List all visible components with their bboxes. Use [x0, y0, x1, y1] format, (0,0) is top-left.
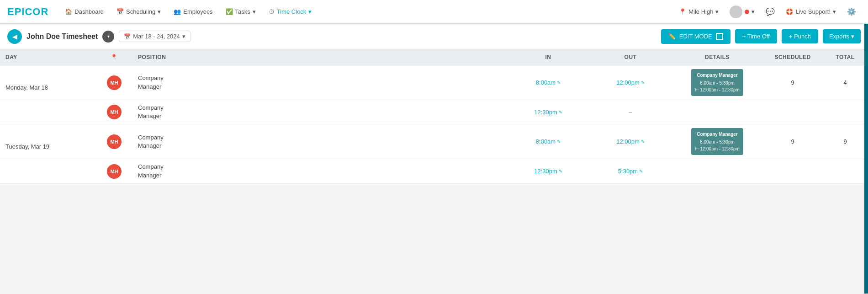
day-label-tuesday: Tuesday, Mar 19	[0, 129, 96, 154]
out-time-cell: –	[589, 105, 672, 119]
nav-timeclock[interactable]: ⏱ Time Clock ▾	[263, 5, 318, 18]
in-time-cell[interactable]: 12:30pm ✎	[507, 164, 589, 178]
schedule-time: 8:00am - 5:30pm	[695, 139, 740, 145]
chevron-down-icon: ▾	[308, 8, 312, 15]
nav-dashboard[interactable]: 🏠 Dashboard	[59, 5, 109, 18]
out-time-cell[interactable]: 12:00pm ✎	[589, 75, 672, 90]
title-chevron[interactable]: ▾	[102, 31, 114, 43]
timeclock-icon: ⏱	[269, 8, 275, 15]
tasks-icon: ✅	[226, 8, 233, 15]
nav-user-avatar[interactable]: ▾	[725, 3, 759, 21]
timesheet-table: DAY 📍 Position IN OUT DETAILS SCHEDULED …	[0, 49, 868, 184]
out-time-cell[interactable]: 12:00pm ✎	[589, 134, 672, 149]
scheduled-cell	[763, 168, 822, 175]
total-value: 4	[828, 79, 863, 86]
position-cell: Company Manager	[132, 70, 507, 94]
edit-pencil-icon[interactable]: ✎	[641, 139, 645, 144]
position-text: Company Manager	[138, 134, 502, 150]
location-badge: MH	[96, 101, 132, 123]
schedule-title: Company Manager	[695, 72, 740, 79]
schedule-time: 8:00am - 5:30pm	[695, 80, 740, 86]
col-details: DETAILS	[672, 54, 763, 60]
location-pin-icon: 📍	[111, 54, 118, 60]
edit-pencil-icon[interactable]: ✎	[641, 80, 645, 85]
position-text: Company Manager	[138, 163, 502, 179]
nav-right: 📍 Mile High ▾ ▾ 💬 🛟 Live Support! ▾ ⚙️	[674, 3, 861, 21]
in-time-value: 12:30pm ✎	[534, 109, 562, 116]
schedule-card: Company Manager 8:00am - 5:30pm 12:00pm …	[691, 69, 743, 96]
total-cell	[822, 108, 868, 116]
in-time-value: 8:00am ✎	[536, 138, 561, 145]
nav-tasks[interactable]: ✅ Tasks ▾	[220, 5, 261, 18]
details-cell	[672, 108, 763, 116]
col-total: TOTAL	[822, 54, 868, 60]
out-time-value: 12:00pm ✎	[616, 79, 645, 86]
edit-pencil-icon[interactable]: ✎	[559, 110, 562, 115]
edit-pencil-icon[interactable]: ✎	[639, 169, 643, 174]
scheduled-value: 9	[768, 138, 817, 145]
in-time-value: 8:00am ✎	[536, 79, 561, 86]
calendar-icon: 📅	[116, 8, 124, 15]
total-cell: 4	[822, 75, 868, 90]
nav-milehigh[interactable]: 📍 Mile High ▾	[674, 5, 723, 18]
edit-pencil-icon[interactable]: ✎	[557, 80, 561, 85]
schedule-card: Company Manager 8:00am - 5:30pm 12:00pm …	[691, 128, 743, 155]
out-time-value: 12:00pm ✎	[616, 138, 645, 145]
mh-badge: MH	[107, 164, 122, 179]
day-label-monday: Monday, Mar 18	[0, 70, 96, 95]
mh-badge: MH	[107, 75, 122, 90]
details-cell: Company Manager 8:00am - 5:30pm 12:00pm …	[672, 65, 763, 100]
details-cell: Company Manager 8:00am - 5:30pm 12:00pm …	[672, 124, 763, 159]
col-day: DAY	[0, 54, 96, 60]
position-cell: Company Manager	[132, 159, 507, 183]
exports-button[interactable]: Exports ▾	[823, 29, 861, 43]
edit-pencil-icon[interactable]: ✎	[559, 169, 562, 174]
edit-mode-button[interactable]: ✏️ EDIT MODE	[661, 29, 730, 44]
out-time-value: 5:30pm ✎	[618, 168, 643, 175]
nav-employees[interactable]: 👥 Employees	[168, 5, 218, 18]
chevron-down-icon: ▾	[833, 8, 836, 15]
chevron-down-icon: ▾	[107, 34, 110, 39]
location-badge: MH	[96, 131, 132, 153]
chevron-down-icon: ▾	[253, 8, 256, 15]
edit-pencil-icon[interactable]: ✎	[557, 139, 561, 144]
calendar-icon: 📅	[124, 33, 131, 40]
date-range-text: Mar 18 - 24, 2024	[133, 33, 180, 40]
support-icon: 🛟	[786, 8, 793, 15]
day-label-empty	[0, 108, 96, 116]
day-label-empty	[0, 168, 96, 175]
total-cell: 9	[822, 134, 868, 149]
location-badge: MH	[96, 72, 132, 94]
logo: EPICOR	[7, 6, 48, 18]
in-time-cell[interactable]: 12:30pm ✎	[507, 105, 589, 119]
day-group-monday: Monday, Mar 18 MH Company Manager 8:00am…	[0, 65, 868, 124]
out-time-cell[interactable]: 5:30pm ✎	[589, 164, 672, 178]
scrollbar[interactable]	[864, 24, 868, 184]
col-location: 📍	[96, 54, 132, 60]
nav-settings[interactable]: ⚙️	[842, 5, 861, 19]
total-cell	[822, 168, 868, 175]
pencil-icon: ✏️	[668, 33, 676, 40]
dash-value: –	[629, 108, 632, 116]
date-range-picker[interactable]: 📅 Mar 18 - 24, 2024 ▾	[119, 31, 191, 42]
in-time-cell[interactable]: 8:00am ✎	[507, 134, 589, 149]
position-text: Company Manager	[138, 74, 502, 91]
table-row: Monday, Mar 18 MH Company Manager 8:00am…	[0, 65, 868, 100]
nav-livesupport[interactable]: 🛟 Live Support! ▾	[781, 5, 841, 18]
time-off-button[interactable]: + Time Off	[735, 29, 777, 43]
col-out: OUT	[589, 54, 672, 60]
punch-button[interactable]: + Punch	[782, 29, 818, 43]
col-position: Position	[132, 54, 507, 60]
in-time-value: 12:30pm ✎	[534, 168, 562, 175]
top-nav: EPICOR 🏠 Dashboard 📅 Scheduling ▾ 👥 Empl…	[0, 0, 868, 24]
nav-chat[interactable]: 💬	[761, 5, 779, 19]
back-button[interactable]: ◀	[7, 29, 22, 44]
location-badge: MH	[96, 160, 132, 182]
nav-scheduling[interactable]: 📅 Scheduling ▾	[111, 5, 166, 18]
position-cell: Company Manager	[132, 130, 507, 154]
col-scheduled: SCHEDULED	[763, 54, 822, 60]
scheduled-cell: 9	[763, 75, 822, 90]
in-time-cell[interactable]: 8:00am ✎	[507, 75, 589, 90]
table-header-row: DAY 📍 Position IN OUT DETAILS SCHEDULED …	[0, 49, 868, 65]
online-indicator	[745, 10, 749, 14]
